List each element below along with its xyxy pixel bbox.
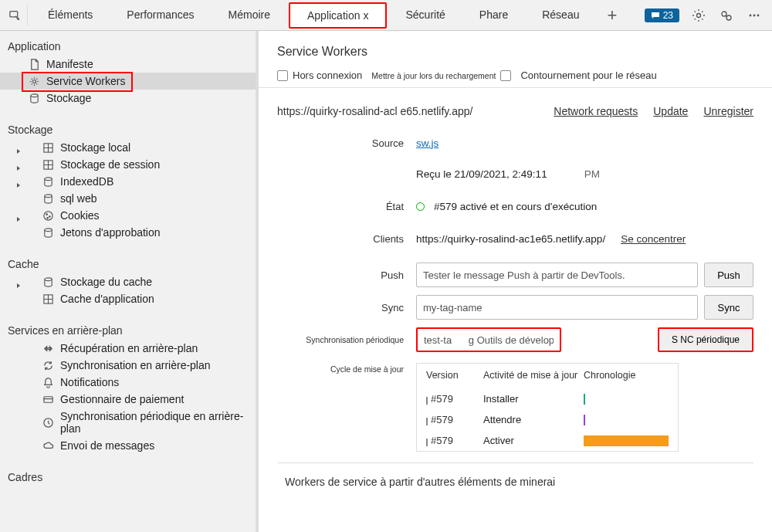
inspect-icon[interactable] — [3, 5, 28, 26]
pm-text: PM — [584, 168, 600, 180]
svg-point-6 — [757, 14, 760, 16]
status-indicator-icon — [416, 202, 425, 211]
svg-point-7 — [32, 80, 36, 83]
sidebar-item-push[interactable]: Envoi de messages — [0, 437, 256, 454]
svg-point-15 — [49, 215, 50, 217]
sidebar-item-cookies[interactable]: Cookies — [0, 207, 256, 224]
sidebar-item-local-storage[interactable]: Stockage local — [0, 139, 256, 156]
svg-point-11 — [44, 177, 51, 180]
tab-lighthouse[interactable]: Phare — [462, 0, 525, 30]
more-tabs-button[interactable]: + — [596, 5, 628, 25]
svg-point-16 — [46, 217, 48, 219]
timeline-head-timeline: Chronologie — [584, 370, 669, 381]
timeline-row: #579 Activer — [417, 430, 678, 451]
sidebar-item-manifest[interactable]: Manifeste — [0, 56, 256, 73]
svg-point-3 — [726, 15, 731, 20]
label-source: Source — [277, 137, 416, 149]
sync-input[interactable] — [416, 295, 698, 320]
sidebar-item-label: Synchronisation en arrière-plan — [60, 359, 211, 371]
svg-rect-20 — [43, 396, 52, 402]
timeline-activity: Attendre — [483, 414, 584, 425]
content-panel: Service Workers Hors connexion Mettre à … — [259, 31, 772, 532]
sidebar-item-session-storage[interactable]: Stockage de session — [0, 156, 256, 173]
sidebar-item-payment[interactable]: Gestionnaire de paiement — [0, 391, 256, 408]
more-icon[interactable] — [746, 7, 763, 24]
svg-point-18 — [44, 277, 51, 280]
periodic-sync-button[interactable]: S NC périodique — [658, 327, 753, 352]
sidebar-item-label: Gestionnaire de paiement — [60, 393, 184, 405]
grid-icon — [42, 141, 54, 154]
timeline-activity: Installer — [483, 393, 584, 405]
bypass-label: Contournement pour le réseau — [520, 69, 656, 81]
push-input[interactable] — [416, 263, 698, 287]
tab-performance[interactable]: Performances — [110, 0, 211, 30]
timeline-version: #579 — [426, 435, 483, 446]
sidebar-item-bg-fetch[interactable]: Récupération en arrière-plan — [0, 340, 256, 357]
reload-checkbox[interactable]: Mettre à jour lors du rechargement — [371, 70, 511, 81]
sidebar-item-label: Manifeste — [46, 58, 93, 70]
chevron-right-icon — [15, 161, 22, 168]
cloud-icon — [42, 439, 54, 452]
sidebar-item-periodic-sync[interactable]: Synchronisation périodique en arrière-pl… — [0, 408, 256, 437]
sidebar-item-label: Stockage du cache — [60, 276, 152, 288]
tab-security[interactable]: Sécurité — [388, 0, 462, 30]
sync-icon — [42, 359, 54, 371]
sidebar-item-trust-tokens[interactable]: Jetons d'approbation — [0, 224, 256, 241]
top-right-controls: 23 — [645, 7, 769, 24]
link-focus[interactable]: Se concentrer — [621, 233, 686, 245]
sidebar-item-indexeddb[interactable]: IndexedDB — [0, 173, 256, 190]
svg-point-14 — [46, 213, 47, 215]
dock-icon[interactable] — [718, 7, 735, 24]
sidebar-item-label: Synchronisation périodique en arrière-pl… — [60, 410, 248, 435]
tab-elements[interactable]: Éléments — [31, 0, 110, 30]
sidebar-item-websql[interactable]: sql web — [0, 190, 256, 207]
offline-checkbox[interactable]: Hors connexion — [277, 69, 362, 81]
label-push: Push — [277, 269, 416, 281]
reload-label: Mettre à jour lors du rechargement — [371, 71, 496, 80]
label-update-cycle: Cycle de mise à jour — [277, 360, 416, 374]
svg-point-17 — [44, 228, 51, 231]
sidebar-item-label: Notifications — [60, 376, 119, 388]
sidebar-item-label: Stockage — [46, 92, 91, 104]
periodic-sync-input[interactable] — [416, 327, 561, 352]
messages-badge[interactable]: 23 — [645, 8, 679, 22]
label-status: État — [277, 201, 416, 212]
push-button[interactable]: Push — [704, 263, 753, 287]
database-icon — [42, 276, 54, 288]
chevron-right-icon — [15, 279, 22, 285]
sidebar-item-cache-storage[interactable]: Stockage du cache — [0, 273, 256, 290]
link-update[interactable]: Update — [653, 105, 688, 117]
link-sw-file[interactable]: sw.js — [416, 137, 438, 149]
sync-button[interactable]: Sync — [704, 295, 753, 320]
sidebar-item-app-cache[interactable]: Cache d'application — [0, 290, 256, 307]
settings-icon[interactable] — [690, 7, 707, 24]
sidebar-section-bg-services: Services en arrière-plan — [0, 320, 256, 340]
sidebar-item-label: Stockage local — [60, 141, 130, 154]
page-title: Service Workers — [277, 45, 753, 59]
close-icon[interactable]: x — [363, 9, 368, 22]
sidebar-item-storage[interactable]: Stockage — [0, 90, 256, 107]
cookie-icon — [42, 209, 54, 222]
link-unregister[interactable]: Unregister — [703, 105, 753, 117]
link-network-requests[interactable]: Network requests — [554, 105, 638, 117]
sidebar-item-bg-sync[interactable]: Synchronisation en arrière-plan — [0, 357, 256, 374]
sidebar-item-label: Envoi de messages — [60, 439, 154, 452]
bypass-checkbox[interactable]: Contournement pour le réseau — [520, 69, 656, 81]
status-text: #579 activé et en cours d'exécution — [434, 201, 597, 212]
sidebar-item-label: Cache d'application — [60, 293, 154, 305]
tab-network[interactable]: Réseau — [525, 0, 596, 30]
database-icon — [28, 92, 40, 104]
chevron-right-icon — [15, 178, 22, 185]
sidebar-item-service-workers[interactable]: Service Workers — [0, 73, 256, 90]
database-icon — [42, 175, 54, 188]
messages-count: 23 — [663, 10, 673, 21]
sidebar-item-notifications[interactable]: Notifications — [0, 374, 256, 391]
tab-application-label: Application — [307, 9, 361, 22]
sidebar-item-label: Stockage de session — [60, 158, 160, 171]
tab-application[interactable]: Application x — [289, 2, 388, 29]
tab-memory[interactable]: Mémoire — [212, 0, 287, 30]
timeline-bar-wait — [584, 415, 585, 425]
sidebar-item-label: IndexedDB — [60, 175, 113, 188]
clock-icon — [42, 416, 54, 429]
received-text: Reçu le 21/09/2021, 2:49:11 — [416, 168, 547, 180]
